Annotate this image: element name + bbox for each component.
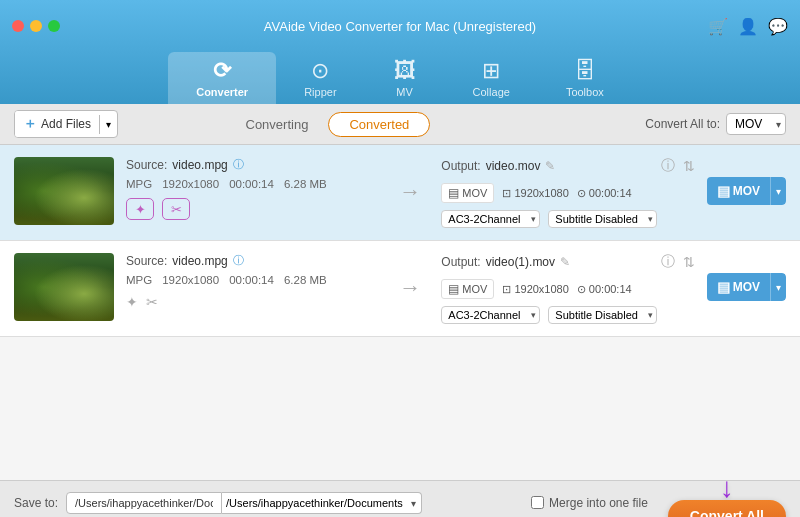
merge-label: Merge into one file bbox=[531, 496, 648, 510]
settings-icon-2[interactable]: ⇅ bbox=[683, 254, 695, 270]
settings-row2-1: AC3-2Channel Subtitle Disabled bbox=[441, 209, 694, 228]
out-format-2: MOV bbox=[462, 283, 487, 295]
arrow-icon-2: → bbox=[399, 275, 421, 301]
arrow-col-2: → bbox=[391, 253, 429, 301]
video-thumbnail-1 bbox=[14, 157, 114, 225]
audio-select-wrap-2: AC3-2Channel bbox=[441, 305, 540, 324]
save-path-select[interactable]: /Users/ihappyacethinker/Documents bbox=[222, 493, 421, 513]
tab-ripper[interactable]: ⊙ Ripper bbox=[276, 52, 364, 104]
save-to-label: Save to: bbox=[14, 496, 58, 510]
resolution-1: 1920x1080 bbox=[162, 178, 219, 190]
video-row-2: Source: video.mpg ⓘ MPG 1920x1080 00:00:… bbox=[0, 241, 800, 337]
format-badge-2: ▤ MOV bbox=[441, 279, 494, 299]
format-2: MPG bbox=[126, 274, 152, 286]
scissors-button-2[interactable]: ✂ bbox=[146, 294, 158, 310]
user-icon[interactable]: 👤 bbox=[738, 17, 758, 36]
convert-all-label: Convert All bbox=[690, 508, 764, 518]
add-files-label: Add Files bbox=[41, 117, 91, 131]
size-2: 6.28 MB bbox=[284, 274, 327, 286]
merge-checkbox[interactable] bbox=[531, 496, 544, 509]
toolbox-icon: 🗄 bbox=[574, 58, 596, 84]
mov-label-2: MOV bbox=[733, 280, 760, 294]
mov-btn-wrap-1: ▤ MOV ▾ bbox=[707, 157, 786, 205]
format-badge-1: ▤ MOV bbox=[441, 183, 494, 203]
empty-area bbox=[0, 337, 800, 480]
settings-icon-1[interactable]: ⇅ bbox=[683, 158, 695, 174]
mov-dropdown-1[interactable]: ▾ bbox=[770, 177, 786, 205]
format-select-wrap: MOV MP4 AVI MKV bbox=[726, 113, 786, 135]
res-badge-1: ⊡ 1920x1080 bbox=[502, 187, 568, 200]
subtitle-select-1[interactable]: Subtitle Disabled bbox=[548, 210, 657, 228]
wand-button-2[interactable]: ✦ bbox=[126, 294, 138, 310]
converted-tab[interactable]: Converted bbox=[328, 112, 430, 137]
save-path-input[interactable] bbox=[66, 492, 222, 514]
bottom-bar: Save to: /Users/ihappyacethinker/Documen… bbox=[0, 480, 800, 517]
wand-button-1[interactable]: ✦ bbox=[126, 198, 154, 220]
info-output-icon-2[interactable]: ⓘ bbox=[661, 253, 675, 271]
source-file-2: video.mpg bbox=[172, 254, 227, 268]
tab-collage-label: Collage bbox=[473, 86, 510, 98]
mov-button-2[interactable]: ▤ MOV bbox=[707, 273, 770, 301]
mov-btn-wrap-2: ▤ MOV ▾ bbox=[707, 253, 786, 301]
scissors-button-1[interactable]: ✂ bbox=[162, 198, 190, 220]
edit-icon-2[interactable]: ✎ bbox=[560, 255, 570, 269]
output-label-1: Output: bbox=[441, 159, 480, 173]
tab-pills: Converting Converted bbox=[226, 112, 431, 137]
tab-converter[interactable]: ⟳ Converter bbox=[168, 52, 276, 104]
settings-row-2: ▤ MOV ⊡ 1920x1080 ⊙ 00:00:14 bbox=[441, 279, 694, 299]
video-info-1: Source: video.mpg ⓘ MPG 1920x1080 00:00:… bbox=[126, 157, 379, 220]
source-label-1: Source: bbox=[126, 158, 167, 172]
output-section-2: Output: video(1).mov ✎ ⓘ ⇅ ▤ MOV ⊡ 1920x… bbox=[441, 253, 694, 324]
edit-icon-1[interactable]: ✎ bbox=[545, 159, 555, 173]
time-badge-1: ⊙ 00:00:14 bbox=[577, 187, 632, 200]
maximize-button[interactable] bbox=[48, 20, 60, 32]
time-icon-1: ⊙ bbox=[577, 187, 586, 200]
out-res-2: 1920x1080 bbox=[514, 283, 568, 295]
subtitle-select-2[interactable]: Subtitle Disabled bbox=[548, 306, 657, 324]
resolution-2: 1920x1080 bbox=[162, 274, 219, 286]
plus-icon: ＋ bbox=[23, 115, 37, 133]
format-select[interactable]: MOV MP4 AVI MKV bbox=[726, 113, 786, 135]
minimize-button[interactable] bbox=[30, 20, 42, 32]
mov-button-1[interactable]: ▤ MOV bbox=[707, 177, 770, 205]
converting-tab[interactable]: Converting bbox=[226, 113, 329, 136]
format-badge-icon-2: ▤ bbox=[448, 282, 459, 296]
tab-converter-label: Converter bbox=[196, 86, 248, 98]
chat-icon[interactable]: 💬 bbox=[768, 17, 788, 36]
settings-row2-2: AC3-2Channel Subtitle Disabled bbox=[441, 305, 694, 324]
convert-all-button[interactable]: Convert All bbox=[668, 500, 786, 518]
meta-line-1: MPG 1920x1080 00:00:14 6.28 MB bbox=[126, 178, 379, 190]
res-badge-2: ⊡ 1920x1080 bbox=[502, 283, 568, 296]
output-label-2: Output: bbox=[441, 255, 480, 269]
info-icon-2[interactable]: ⓘ bbox=[233, 253, 244, 268]
add-files-button[interactable]: ＋ Add Files bbox=[15, 111, 99, 137]
mov-dropdown-2[interactable]: ▾ bbox=[770, 273, 786, 301]
ripper-icon: ⊙ bbox=[311, 58, 329, 84]
nav-tabs: ⟳ Converter ⊙ Ripper 🖼 MV ⊞ Collage 🗄 To… bbox=[0, 52, 800, 104]
time-icon-2: ⊙ bbox=[577, 283, 586, 296]
convert-all-arrow-wrap: ↓ Convert All bbox=[668, 474, 786, 518]
close-button[interactable] bbox=[12, 20, 24, 32]
audio-select-2[interactable]: AC3-2Channel bbox=[441, 306, 540, 324]
tab-toolbox[interactable]: 🗄 Toolbox bbox=[538, 52, 632, 104]
add-files-dropdown[interactable]: ▾ bbox=[99, 115, 117, 134]
duration-1: 00:00:14 bbox=[229, 178, 274, 190]
app-title: AVAide Video Converter for Mac (Unregist… bbox=[264, 19, 536, 34]
converter-icon: ⟳ bbox=[213, 58, 231, 84]
tab-mv[interactable]: 🖼 MV bbox=[365, 52, 445, 104]
res-icon-1: ⊡ bbox=[502, 187, 511, 200]
audio-select-1[interactable]: AC3-2Channel bbox=[441, 210, 540, 228]
titlebar: AVAide Video Converter for Mac (Unregist… bbox=[0, 0, 800, 52]
tab-collage[interactable]: ⊞ Collage bbox=[445, 52, 538, 104]
audio-select-wrap-1: AC3-2Channel bbox=[441, 209, 540, 228]
info-output-icon-1[interactable]: ⓘ bbox=[661, 157, 675, 175]
convert-all-to-label: Convert All to: bbox=[645, 117, 720, 131]
cart-icon[interactable]: 🛒 bbox=[708, 17, 728, 36]
action-icons-1: ✦ ✂ bbox=[126, 198, 379, 220]
info-icon-1[interactable]: ⓘ bbox=[233, 157, 244, 172]
output-file-2: video(1).mov bbox=[486, 255, 555, 269]
res-icon-2: ⊡ bbox=[502, 283, 511, 296]
subtitle-select-wrap-1: Subtitle Disabled bbox=[548, 209, 657, 228]
format-badge-icon-1: ▤ bbox=[448, 186, 459, 200]
titlebar-icons: 🛒 👤 💬 bbox=[708, 17, 788, 36]
